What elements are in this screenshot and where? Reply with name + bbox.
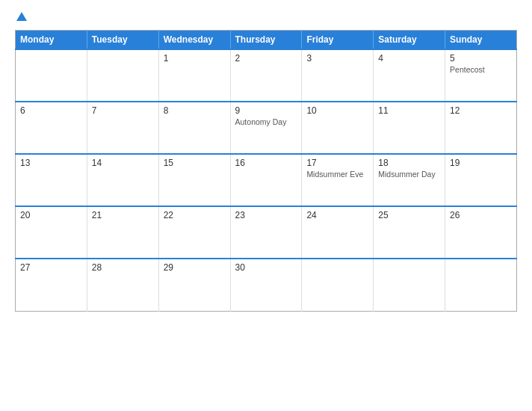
day-number: 10: [306, 105, 368, 116]
day-number: 27: [20, 262, 82, 273]
day-number: 5: [450, 53, 512, 64]
calendar-page: MondayTuesdayWednesdayThursdayFridaySatu…: [0, 0, 532, 411]
day-number: 16: [235, 158, 297, 168]
day-cell: 9Autonomy Day: [230, 102, 302, 154]
day-number: 1: [164, 53, 226, 64]
day-cell: 14: [87, 154, 158, 206]
day-cell: 10: [302, 102, 374, 154]
day-cell: 20: [16, 206, 87, 259]
day-header-monday: Monday: [16, 31, 87, 50]
day-number: 24: [306, 210, 368, 220]
logo-triangle-icon: [16, 12, 27, 21]
day-number: 19: [450, 158, 512, 168]
day-cell: 19: [445, 154, 517, 206]
day-number: 12: [450, 105, 512, 116]
week-row-2: 1314151617Midsummer Eve18Midsummer Day19: [16, 154, 517, 206]
day-number: 6: [20, 105, 82, 116]
day-cell: 22: [158, 206, 230, 259]
day-cell: 11: [374, 102, 445, 154]
day-cell: [302, 259, 374, 311]
day-cell: [16, 49, 87, 102]
week-row-4: 27282930: [16, 259, 517, 311]
day-cell: 21: [87, 206, 158, 259]
day-cell: 16: [230, 154, 302, 206]
day-cell: 13: [16, 154, 87, 206]
day-number: 20: [20, 210, 82, 220]
day-cell: 3: [302, 49, 374, 102]
day-event: Autonomy Day: [235, 117, 297, 128]
day-number: 4: [378, 53, 440, 64]
day-cell: 2: [230, 49, 302, 102]
day-header-friday: Friday: [302, 31, 374, 50]
day-cell: 6: [16, 102, 87, 154]
day-number: 14: [92, 158, 154, 168]
day-cell: [445, 259, 517, 311]
day-cell: 29: [158, 259, 230, 311]
day-cell: 8: [158, 102, 230, 154]
day-number: 2: [235, 53, 297, 64]
day-cell: 23: [230, 206, 302, 259]
day-number: 28: [92, 262, 154, 273]
day-event: Midsummer Eve: [306, 170, 368, 180]
week-row-1: 6789Autonomy Day101112: [16, 102, 517, 154]
day-cell: [374, 259, 445, 311]
day-event: Pentecost: [450, 65, 512, 75]
day-header-sunday: Sunday: [445, 31, 517, 50]
day-number: 3: [306, 53, 368, 64]
day-cell: 7: [87, 102, 158, 154]
day-cell: 25: [374, 206, 445, 259]
day-number: 22: [164, 210, 226, 220]
day-cell: 27: [16, 259, 87, 311]
week-row-0: 12345Pentecost: [16, 49, 517, 102]
day-cell: 12: [445, 102, 517, 154]
day-number: 30: [235, 262, 297, 273]
day-number: 23: [235, 210, 297, 220]
day-cell: 28: [87, 259, 158, 311]
day-cell: 1: [158, 49, 230, 102]
day-number: 13: [20, 158, 82, 168]
day-header-wednesday: Wednesday: [158, 31, 230, 50]
day-header-tuesday: Tuesday: [87, 31, 158, 50]
day-number: 26: [450, 210, 512, 220]
day-number: 25: [378, 210, 440, 220]
day-cell: 24: [302, 206, 374, 259]
day-number: 11: [378, 105, 440, 116]
day-cell: [87, 49, 158, 102]
day-number: 17: [306, 158, 368, 168]
day-number: 8: [164, 105, 226, 116]
day-cell: 26: [445, 206, 517, 259]
day-cell: 4: [374, 49, 445, 102]
day-number: 7: [92, 105, 154, 116]
day-number: 18: [378, 158, 440, 168]
day-cell: 17Midsummer Eve: [302, 154, 374, 206]
day-number: 9: [235, 105, 297, 116]
day-header-saturday: Saturday: [374, 31, 445, 50]
day-number: 29: [164, 262, 226, 273]
day-header-thursday: Thursday: [230, 31, 302, 50]
day-cell: 15: [158, 154, 230, 206]
day-cell: 18Midsummer Day: [374, 154, 445, 206]
days-header-row: MondayTuesdayWednesdayThursdayFridaySatu…: [16, 31, 517, 50]
week-row-3: 20212223242526: [16, 206, 517, 259]
day-event: Midsummer Day: [378, 170, 440, 180]
logo: [15, 12, 27, 21]
header: [15, 12, 517, 21]
calendar-table: MondayTuesdayWednesdayThursdayFridaySatu…: [15, 30, 517, 312]
day-number: 15: [164, 158, 226, 168]
day-number: 21: [92, 210, 154, 220]
day-cell: 30: [230, 259, 302, 311]
day-cell: 5Pentecost: [445, 49, 517, 102]
